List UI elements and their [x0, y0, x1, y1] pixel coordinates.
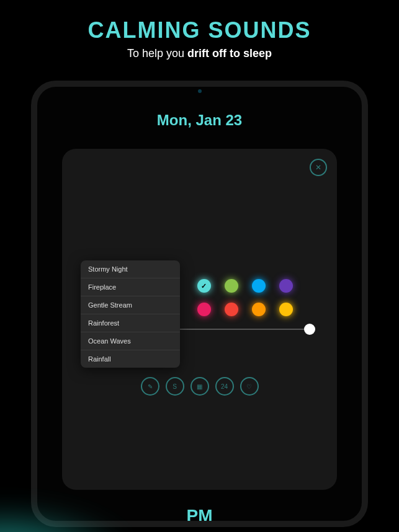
sound-menu-item[interactable]: Gentle Stream	[81, 296, 180, 314]
sound-menu: Stormy NightFireplaceGentle StreamRainfo…	[81, 260, 180, 368]
sound-menu-item[interactable]: Rainforest	[81, 314, 180, 332]
ampm-label: PM	[187, 506, 213, 526]
sound-menu-item[interactable]: Ocean Waves	[81, 332, 180, 350]
calendar-icon[interactable]: ▦	[191, 377, 209, 396]
brightness-slider-handle[interactable]	[304, 324, 315, 335]
close-icon: ✕	[315, 163, 321, 172]
color-swatch[interactable]	[252, 303, 266, 316]
sound-menu-item[interactable]: Fireplace	[81, 278, 180, 296]
promo-subtitle-pre: To help you	[127, 47, 187, 60]
decorative-glow	[0, 495, 155, 532]
close-button[interactable]: ✕	[310, 159, 327, 176]
color-swatch[interactable]	[252, 279, 266, 293]
snooze-icon[interactable]: S	[166, 377, 184, 396]
tablet-frame: Mon, Jan 23 ✕ ✓ 🔊 ✎S▦24♡ Stormy NightFir…	[31, 81, 368, 527]
bottom-icon-row: ✎S▦24♡	[141, 377, 259, 396]
color-swatch[interactable]	[225, 303, 238, 316]
settings-card: ✕ ✓ 🔊 ✎S▦24♡ Stormy NightFireplaceGentle…	[62, 149, 337, 490]
color-swatch[interactable]	[225, 279, 238, 293]
color-swatch[interactable]	[279, 279, 293, 293]
sound-menu-item[interactable]: Stormy Night	[81, 260, 180, 278]
camera-dot	[198, 89, 202, 93]
sound-menu-item[interactable]: Rainfall	[81, 350, 180, 368]
promo-subtitle: To help you drift off to sleep	[0, 47, 399, 60]
promo-title: CALMING SOUNDS	[0, 17, 399, 43]
color-swatch[interactable]: ✓	[197, 279, 211, 293]
date-title: Mon, Jan 23	[37, 112, 362, 129]
promo-subtitle-bold: drift off to sleep	[187, 47, 272, 60]
timeformat-icon[interactable]: 24	[215, 377, 234, 396]
color-swatch[interactable]	[197, 303, 211, 316]
color-swatch[interactable]	[279, 303, 293, 316]
edit-icon[interactable]: ✎	[141, 377, 159, 396]
heart-icon[interactable]: ♡	[240, 377, 259, 396]
